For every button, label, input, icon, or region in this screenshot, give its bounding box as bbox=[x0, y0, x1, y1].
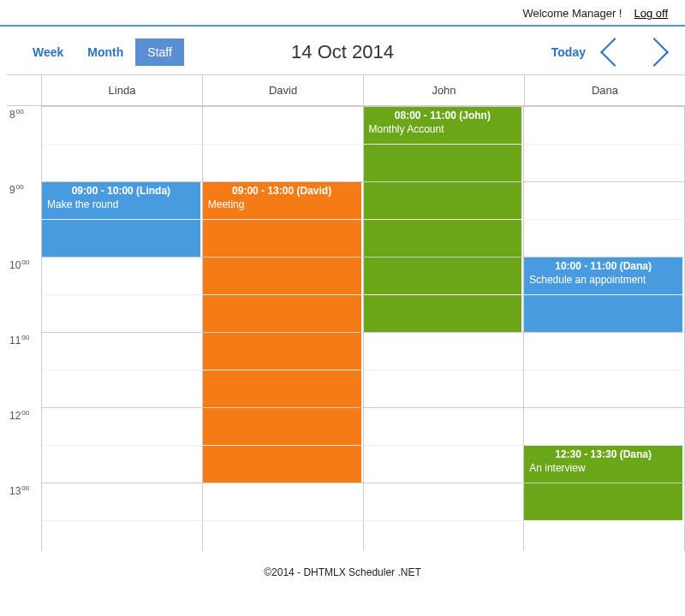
hour-label: 800 bbox=[9, 108, 24, 121]
view-switcher: Week Month Staff bbox=[21, 38, 184, 66]
time-gutter-header bbox=[7, 75, 42, 105]
halfhour-gridline bbox=[42, 219, 685, 220]
hour-gridline bbox=[42, 332, 685, 333]
event-description: Make the round bbox=[47, 198, 195, 210]
hour-label: 1300 bbox=[9, 484, 29, 497]
toolbar: Week Month Staff 14 Oct 2014 Today bbox=[0, 27, 685, 74]
hour-gridline bbox=[42, 257, 685, 258]
event-description: Monthly Account bbox=[369, 123, 517, 135]
hour-gridline bbox=[42, 106, 685, 107]
hour-gridline bbox=[42, 181, 685, 182]
event-time: 09:00 - 10:00 (Linda) bbox=[47, 185, 195, 197]
hour-label: 1200 bbox=[9, 409, 29, 422]
event-time: 08:00 - 11:00 (John) bbox=[369, 110, 517, 121]
footer-text: ©2014 - DHTMLX Scheduler .NET bbox=[0, 551, 685, 594]
view-week-button[interactable]: Week bbox=[21, 38, 75, 66]
prev-arrow-icon[interactable] bbox=[600, 38, 629, 67]
staff-column[interactable]: 08:00 - 11:00 (John)Monthly Account bbox=[364, 106, 525, 551]
event-time: 12:30 - 13:30 (Dana) bbox=[529, 448, 677, 460]
col-head: Dana bbox=[525, 75, 685, 105]
scheduler-grid: Linda David John Dana 800900100011001200… bbox=[7, 74, 685, 551]
view-staff-button[interactable]: Staff bbox=[135, 38, 184, 66]
logoff-link[interactable]: Log off bbox=[634, 7, 668, 20]
nav-tools: Today bbox=[551, 42, 664, 62]
staff-column[interactable]: 09:00 - 10:00 (Linda)Make the round bbox=[42, 106, 203, 551]
col-head: David bbox=[203, 75, 364, 105]
columns-container: 09:00 - 10:00 (Linda)Make the round 09:0… bbox=[42, 106, 685, 551]
welcome-text: Welcome Manager ! bbox=[522, 7, 622, 20]
hour-label: 900 bbox=[9, 183, 24, 196]
hour-label: 1100 bbox=[9, 334, 29, 346]
topbar: Welcome Manager ! Log off bbox=[0, 0, 685, 25]
time-gutter: 8009001000110012001300 bbox=[7, 106, 42, 551]
halfhour-gridline bbox=[42, 445, 685, 446]
halfhour-gridline bbox=[42, 520, 685, 521]
event-description: Schedule an appointment bbox=[529, 274, 677, 286]
today-button[interactable]: Today bbox=[551, 45, 586, 59]
column-header-row: Linda David John Dana bbox=[7, 75, 685, 106]
hour-gridline bbox=[42, 483, 685, 483]
event-description: An interview bbox=[529, 462, 677, 474]
view-month-button[interactable]: Month bbox=[75, 38, 135, 66]
event-time: 09:00 - 13:00 (David) bbox=[208, 185, 356, 197]
event-description: Meeting bbox=[208, 198, 356, 210]
halfhour-gridline bbox=[42, 294, 685, 295]
date-title: 14 Oct 2014 bbox=[291, 41, 394, 63]
hour-label: 1000 bbox=[9, 258, 29, 271]
scheduler-body[interactable]: 8009001000110012001300 09:00 - 10:00 (Li… bbox=[7, 106, 685, 551]
halfhour-gridline bbox=[42, 144, 685, 145]
hour-gridline bbox=[42, 407, 685, 408]
next-arrow-icon[interactable] bbox=[640, 38, 669, 67]
col-head: Linda bbox=[42, 75, 203, 105]
event-time: 10:00 - 11:00 (Dana) bbox=[529, 260, 677, 272]
halfhour-gridline bbox=[42, 370, 685, 370]
staff-column[interactable]: 10:00 - 11:00 (Dana)Schedule an appointm… bbox=[524, 106, 685, 551]
staff-column[interactable]: 09:00 - 13:00 (David)Meeting bbox=[203, 106, 364, 551]
col-head: John bbox=[364, 75, 525, 105]
